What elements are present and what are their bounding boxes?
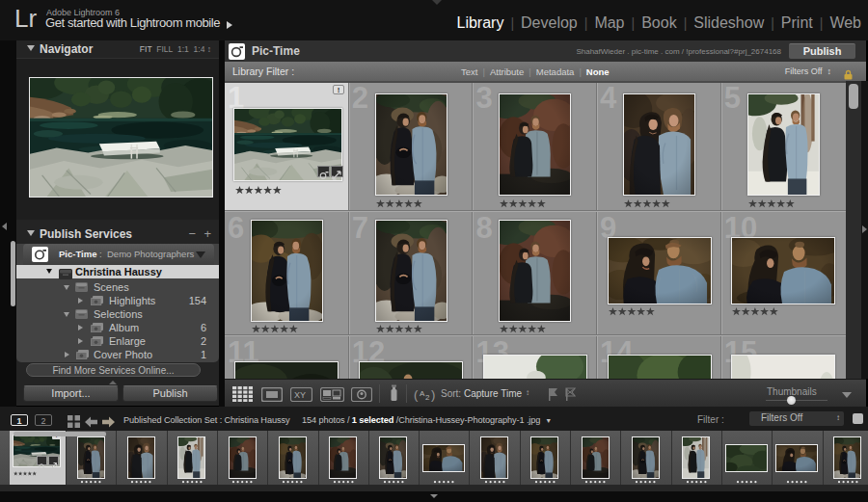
svg-text:2: 2 — [425, 393, 430, 402]
svg-text:XY: XY — [294, 390, 306, 400]
svg-text:): ) — [431, 387, 435, 402]
svg-text:(: ( — [414, 387, 419, 402]
